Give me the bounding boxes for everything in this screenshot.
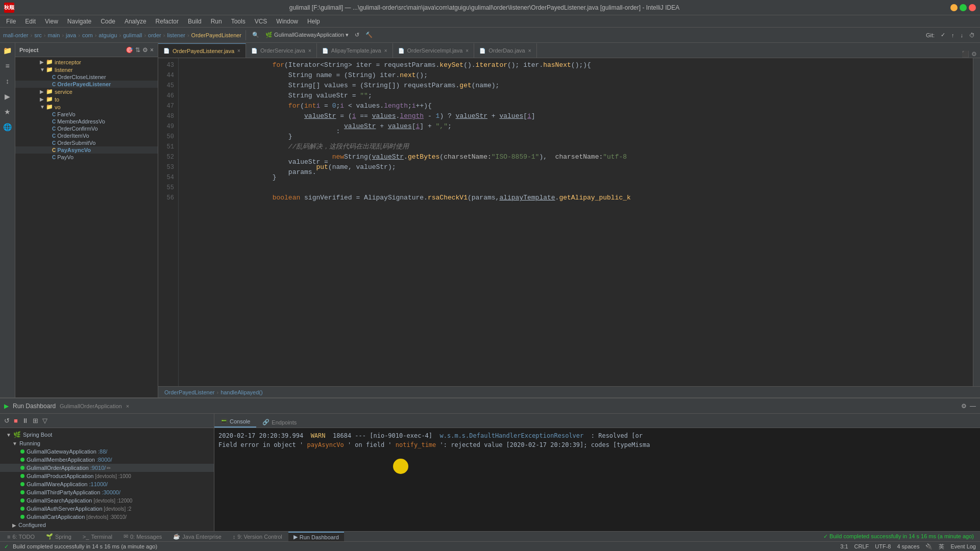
console-tab[interactable]: 📟 Console bbox=[214, 416, 256, 428]
layout-btn[interactable]: ⊞ bbox=[32, 416, 39, 425]
filter-btn[interactable]: ▽ bbox=[41, 416, 48, 425]
tab-close-orderdao[interactable]: × bbox=[528, 48, 531, 54]
tab-close-orderpayedlistener[interactable]: × bbox=[237, 48, 240, 54]
configured-expand[interactable]: ▶ bbox=[12, 522, 16, 528]
tree-item-listener[interactable]: ▼ 📁 listener bbox=[15, 66, 158, 73]
tree-item-to[interactable]: ▶ 📁 to bbox=[15, 95, 158, 103]
menu-analyze[interactable]: Analyze bbox=[120, 17, 151, 26]
breadcrumb-main[interactable]: main bbox=[48, 32, 60, 38]
build-btn[interactable]: 🔨 bbox=[363, 31, 375, 39]
run-item-thirdparty[interactable]: GulimallThirdPartyApplication :30000/ bbox=[0, 488, 214, 496]
tree-item-payasyncvo[interactable]: C PayAsyncVo bbox=[15, 146, 158, 154]
tree-item-orderconfirmvo[interactable]: C OrderConfirmVo bbox=[15, 125, 158, 132]
tab-version-control[interactable]: ↕ 9: Version Control bbox=[228, 532, 287, 541]
run-item-springboot[interactable]: ▼ 🌿 Spring Boot bbox=[0, 430, 214, 439]
project-close-btn[interactable]: × bbox=[150, 46, 154, 54]
tree-item-orderpayedlistener[interactable]: C OrderPayedListener bbox=[15, 81, 158, 88]
tab-java-enterprise[interactable]: ☕ Java Enterprise bbox=[168, 532, 226, 541]
tab-close-orderserviceimpl[interactable]: × bbox=[465, 48, 469, 54]
pause-btn[interactable]: ⏸ bbox=[21, 416, 30, 425]
tree-item-orderitemvo[interactable]: C OrderItemVo bbox=[15, 132, 158, 139]
menu-help[interactable]: Help bbox=[303, 17, 324, 26]
favorites-icon[interactable]: ★ bbox=[2, 106, 13, 117]
menu-code[interactable]: Code bbox=[96, 17, 119, 26]
expand-arrow-vo[interactable]: ▼ bbox=[40, 104, 46, 110]
tab-todo[interactable]: ≡ 6: TODO bbox=[2, 532, 40, 541]
run-icon-side[interactable]: ▶ bbox=[2, 91, 13, 102]
power-save[interactable]: 🔌 bbox=[925, 543, 933, 550]
git-icon[interactable]: ↕ bbox=[2, 76, 13, 87]
endpoints-tab[interactable]: 🔗 Endpoints bbox=[256, 417, 303, 428]
menu-vcs[interactable]: VCS bbox=[251, 17, 272, 26]
breadcrumb-mall-order[interactable]: mall-order bbox=[3, 32, 29, 38]
indent[interactable]: 4 spaces bbox=[897, 543, 919, 549]
tab-close-alipaytemplate[interactable]: × bbox=[384, 48, 387, 54]
stop-btn[interactable]: ■ bbox=[13, 416, 19, 425]
tree-item-ordersubmitvo[interactable]: C OrderSubmitVo bbox=[15, 139, 158, 146]
menu-view[interactable]: View bbox=[41, 17, 62, 26]
tree-item-memberaddressvo[interactable]: C MemberAddressVo bbox=[15, 118, 158, 125]
maximize-button[interactable] bbox=[960, 4, 967, 11]
menu-file[interactable]: File bbox=[2, 17, 20, 26]
expand-arrow-interceptor[interactable]: ▶ bbox=[40, 59, 46, 65]
tree-item-farevo[interactable]: C FareVo bbox=[15, 111, 158, 118]
code-lines[interactable]: for (Iterator<String> iter = requestPara… bbox=[179, 58, 973, 386]
run-item-auth[interactable]: GulimallAuthServerApplication [devtools]… bbox=[0, 505, 214, 513]
breadcrumb-java[interactable]: java bbox=[66, 32, 76, 38]
panel-minimize-btn[interactable]: — bbox=[970, 403, 976, 410]
breadcrumb-com[interactable]: com bbox=[82, 32, 93, 38]
project-expand-btn[interactable]: ⇅ bbox=[135, 46, 140, 54]
menu-tools[interactable]: Tools bbox=[227, 17, 250, 26]
git-history-btn[interactable]: ⏱ bbox=[967, 31, 977, 39]
tab-terminal[interactable]: >_ Terminal bbox=[78, 532, 117, 541]
menu-edit[interactable]: Edit bbox=[21, 17, 40, 26]
editor-settings-btn[interactable]: ⚙ bbox=[971, 51, 977, 58]
tab-orderserviceimpl[interactable]: 📄 OrderServiceImpl.java × bbox=[393, 43, 475, 58]
tab-orderdao[interactable]: 📄 OrderDao.java × bbox=[474, 43, 536, 58]
menu-refactor[interactable]: Refactor bbox=[152, 17, 183, 26]
tab-orderservice[interactable]: 📄 OrderService.java × bbox=[246, 43, 317, 58]
run-item-search[interactable]: GulimallSearchApplication [devtools] :12… bbox=[0, 496, 214, 505]
run-item-cart[interactable]: GulimallCartApplication [devtools] :3001… bbox=[0, 513, 214, 521]
split-editor-btn[interactable]: ⬛ bbox=[962, 51, 969, 58]
menu-navigate[interactable]: Navigate bbox=[63, 17, 95, 26]
encoding[interactable]: UTF-8 bbox=[875, 543, 891, 549]
rerun-btn[interactable]: ↺ bbox=[3, 416, 11, 425]
tab-close-orderservice[interactable]: × bbox=[308, 48, 311, 54]
code-editor[interactable]: 43 44 45 46 47 48 49 50 51 52 53 54 55 5… bbox=[158, 58, 980, 386]
breadcrumb-src[interactable]: src bbox=[34, 32, 42, 38]
search-everywhere-btn[interactable]: 🔍 bbox=[250, 31, 261, 39]
menu-build[interactable]: Build bbox=[184, 17, 206, 26]
breadcrumb-file[interactable]: OrderPayedListener bbox=[191, 32, 241, 38]
breadcrumb-listener[interactable]: listener bbox=[167, 32, 185, 38]
running-expand[interactable]: ▼ bbox=[12, 441, 17, 446]
close-button[interactable] bbox=[969, 4, 976, 11]
project-settings-btn[interactable]: ⚙ bbox=[142, 46, 148, 54]
tab-spring[interactable]: 🌱 Spring bbox=[41, 532, 77, 541]
git-update-btn[interactable]: ↓ bbox=[959, 31, 966, 39]
run-item-order[interactable]: GulimallOrderApplication :9010/ ✏ bbox=[0, 464, 214, 472]
breadcrumb-atguigu[interactable]: atguigu bbox=[99, 32, 117, 38]
run-item-member[interactable]: GulimallMemberApplication :8000/ bbox=[0, 456, 214, 464]
tree-item-interceptor[interactable]: ▶ 📁 interceptor bbox=[15, 58, 158, 66]
project-icon[interactable]: 📁 bbox=[2, 45, 13, 56]
panel-settings-btn[interactable]: ⚙ bbox=[961, 403, 967, 410]
event-log[interactable]: Event Log bbox=[950, 543, 976, 549]
git-push-btn[interactable]: ↑ bbox=[949, 31, 957, 39]
tree-item-vo[interactable]: ▼ 📁 vo bbox=[15, 103, 158, 111]
expand-arrow-service[interactable]: ▶ bbox=[40, 89, 46, 94]
tree-item-ordercloselistener[interactable]: C OrderCloseListener bbox=[15, 73, 158, 81]
project-locate-btn[interactable]: 🎯 bbox=[126, 46, 133, 54]
structure-icon[interactable]: ≡ bbox=[2, 60, 13, 71]
run-dashboard-close-tab[interactable]: × bbox=[126, 403, 129, 409]
menu-window[interactable]: Window bbox=[272, 17, 302, 26]
breadcrumb-order[interactable]: order bbox=[148, 32, 161, 38]
line-ending[interactable]: CRLF bbox=[854, 543, 869, 549]
run-item-gateway[interactable]: GulimallGatewayApplication :88/ bbox=[0, 447, 214, 456]
branch-selector[interactable]: 🌿 GulimallGatewayApplication ▾ bbox=[263, 31, 351, 39]
breadcrumb-editor-method[interactable]: handleAlipayed() bbox=[220, 389, 263, 395]
tab-run-dashboard[interactable]: ▶ Run Dashboard bbox=[288, 532, 344, 541]
cursor-position[interactable]: 3:1 bbox=[840, 543, 848, 549]
refresh-btn[interactable]: ↺ bbox=[353, 31, 361, 39]
minimize-button[interactable] bbox=[950, 4, 958, 11]
